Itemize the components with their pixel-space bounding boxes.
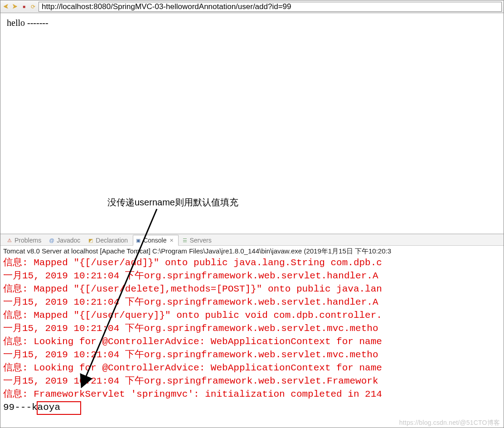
- console-line: 信息: FrameworkServlet 'springmvc': initia…: [3, 388, 501, 401]
- console-line: 一月15, 2019 10:21:04 下午org.springframewor…: [3, 349, 501, 362]
- servers-icon: ☰: [182, 237, 188, 243]
- ide-tab-strip: ⚠ Problems @ Javadoc ◩ Declaration ▣ Con…: [0, 234, 504, 246]
- console-line: 信息: Mapped "{[/user/query]}" onto public…: [3, 309, 501, 322]
- tab-javadoc[interactable]: @ Javadoc: [46, 235, 84, 246]
- tab-console[interactable]: ▣ Console ✕: [133, 235, 178, 246]
- console-line: 99---kaoya: [3, 401, 501, 414]
- console-line: 信息: Mapped "{[/user/delete],methods=[POS…: [3, 283, 501, 296]
- tab-label: Javadoc: [57, 237, 80, 244]
- console-line: 信息: Looking for @ControllerAdvice: WebAp…: [3, 362, 501, 375]
- tab-label: Console: [143, 237, 166, 244]
- nav-stop-icon[interactable]: ■: [20, 3, 28, 10]
- console-line: 一月15, 2019 10:21:04 下午org.springframewor…: [3, 322, 501, 336]
- tab-label: Servers: [190, 237, 212, 244]
- console-line: 信息: Mapped "{[/user/add]}" onto public j…: [3, 257, 501, 270]
- javadoc-icon: @: [48, 237, 55, 243]
- nav-back-icon[interactable]: ⮜: [2, 3, 10, 10]
- problems-icon: ⚠: [6, 237, 13, 243]
- console-line: 信息: Looking for @ControllerAdvice: WebAp…: [3, 336, 501, 349]
- tab-label: Declaration: [96, 237, 128, 244]
- tab-label: Problems: [15, 237, 41, 244]
- nav-forward-icon[interactable]: ⮞: [11, 3, 19, 10]
- console-line: 一月15, 2019 10:21:04 下午org.springframewor…: [3, 296, 501, 309]
- browser-toolbar: ⮜ ⮞ ■ ⟳: [0, 0, 504, 13]
- declaration-icon: ◩: [87, 237, 94, 243]
- console-output[interactable]: 信息: Mapped "{[/user/add]}" onto public j…: [0, 257, 504, 416]
- nav-refresh-icon[interactable]: ⟳: [29, 3, 37, 10]
- page-body-text: hello -------: [7, 17, 48, 29]
- tab-declaration[interactable]: ◩ Declaration: [85, 235, 132, 246]
- url-input[interactable]: [39, 2, 502, 12]
- tab-servers[interactable]: ☰ Servers: [179, 235, 216, 246]
- tab-problems[interactable]: ⚠ Problems: [4, 235, 45, 246]
- console-line: 一月15, 2019 10:21:04 下午org.springframewor…: [3, 270, 501, 283]
- close-icon[interactable]: ✕: [169, 238, 174, 243]
- browser-viewport: hello ------- 没传递username则用默认值填充: [0, 13, 504, 234]
- watermark-text: https://blog.csdn.net/@51CTO博客: [399, 419, 500, 426]
- annotation-text: 没传递username则用默认值填充: [107, 196, 238, 208]
- console-icon: ▣: [135, 237, 141, 243]
- console-process-description: Tomcat v8.0 Server at localhost [Apache …: [0, 246, 504, 257]
- console-line: 一月15, 2019 10:21:04 下午org.springframewor…: [3, 375, 501, 388]
